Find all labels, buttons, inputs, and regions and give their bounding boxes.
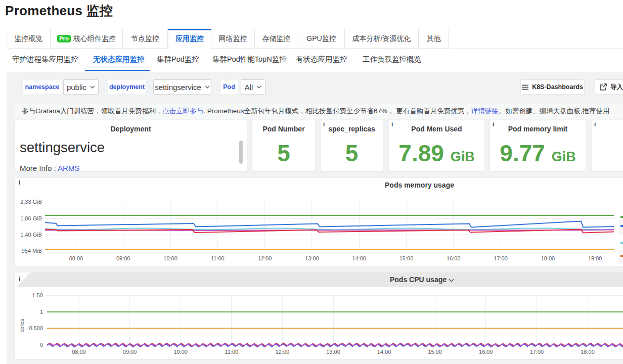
svg-text:15:00: 15:00 — [399, 255, 414, 261]
svg-text:14:00: 14:00 — [377, 349, 391, 355]
svg-text:0: 0 — [40, 342, 43, 348]
svg-text:i: i — [19, 276, 20, 283]
svg-text:09:00: 09:00 — [116, 255, 130, 261]
svg-text:18:00: 18:00 — [581, 349, 595, 355]
svg-text:1.50: 1.50 — [32, 292, 43, 298]
svg-text:2.33 GiB: 2.33 GiB — [20, 199, 42, 205]
svg-text:1.86 GiB: 1.86 GiB — [20, 215, 42, 221]
svg-text:12:00: 12:00 — [258, 255, 272, 261]
svg-text:954 MiB: 954 MiB — [22, 248, 42, 254]
svg-text:17:00: 17:00 — [494, 255, 508, 261]
svg-text:08:00: 08:00 — [69, 255, 83, 261]
svg-text:13:00: 13:00 — [305, 255, 319, 261]
svg-text:19:00: 19:00 — [588, 255, 602, 261]
svg-text:13:00: 13:00 — [326, 349, 340, 355]
svg-text:Pods CPU usage: Pods CPU usage — [390, 276, 447, 284]
svg-text:11:00: 11:00 — [225, 349, 238, 355]
svg-text:16:00: 16:00 — [479, 349, 493, 355]
svg-text:18:00: 18:00 — [541, 255, 555, 261]
svg-text:09:00: 09:00 — [123, 349, 137, 355]
svg-text:1: 1 — [40, 309, 43, 315]
svg-text:0.500: 0.500 — [29, 325, 43, 331]
svg-text:15:00: 15:00 — [428, 349, 442, 355]
svg-text:12:00: 12:00 — [276, 349, 290, 355]
svg-text:17:00: 17:00 — [530, 349, 544, 355]
svg-text:11:00: 11:00 — [211, 255, 225, 261]
svg-text:08:00: 08:00 — [72, 349, 86, 355]
svg-text:16:00: 16:00 — [447, 255, 461, 261]
svg-text:10:00: 10:00 — [163, 255, 177, 261]
svg-text:10:00: 10:00 — [173, 349, 188, 355]
svg-text:cores: cores — [19, 318, 25, 332]
svg-text:14:00: 14:00 — [352, 255, 366, 261]
svg-text:1.40 GiB: 1.40 GiB — [20, 232, 42, 238]
